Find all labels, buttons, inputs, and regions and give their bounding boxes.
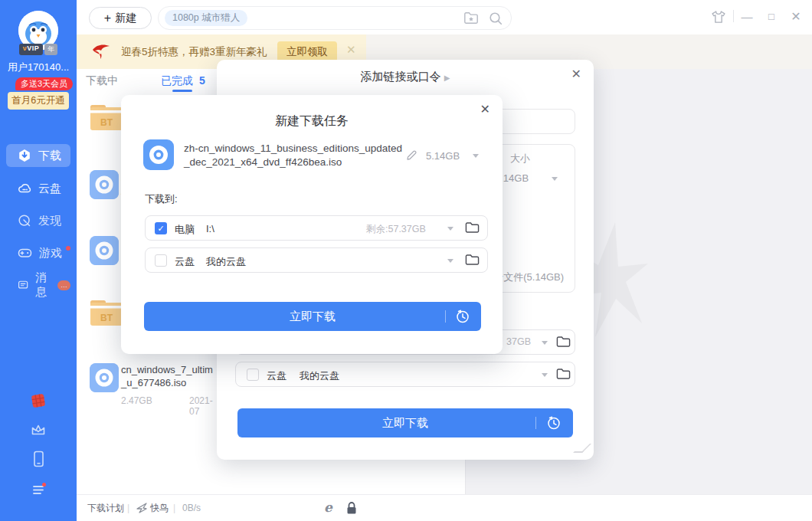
sidebar-item-label: 发现 bbox=[38, 214, 61, 228]
sidebar-item-cloud[interactable]: 云盘 bbox=[6, 177, 70, 200]
maximize-button[interactable]: □ bbox=[765, 10, 778, 24]
task-row[interactable]: BT bbox=[90, 103, 123, 135]
disk-free-space: 37GB bbox=[506, 336, 531, 347]
crown-membership-icon[interactable] bbox=[29, 421, 47, 439]
pc-free-space: 剩余:57.37GB bbox=[366, 223, 426, 236]
download-plan-button[interactable]: 下载计划 bbox=[87, 495, 124, 521]
add-link-dialog-close-icon[interactable]: ✕ bbox=[571, 67, 581, 81]
cloud-checkbox[interactable] bbox=[155, 254, 167, 267]
add-link-dialog-title: 添加链接或口令 ▶ bbox=[217, 70, 594, 84]
file-size: 5.14GB bbox=[426, 150, 460, 162]
close-window-button[interactable]: ✕ bbox=[789, 10, 803, 24]
tab-downloading[interactable]: 下载中 bbox=[86, 74, 118, 88]
dialog-resize-handle[interactable] bbox=[573, 444, 591, 453]
collection-folder-icon[interactable] bbox=[463, 11, 479, 28]
task-name-line2: _u_677486.iso bbox=[121, 376, 186, 389]
button-divider bbox=[535, 417, 536, 429]
cloud-checkbox[interactable] bbox=[247, 369, 259, 381]
browse-folder-icon[interactable] bbox=[556, 336, 571, 351]
iso-file-icon bbox=[143, 139, 174, 170]
sidebar-item-discover[interactable]: 发现 bbox=[6, 209, 70, 232]
vip-open-button[interactable]: 首月6元开通 bbox=[8, 92, 69, 110]
topbar: + 新建 1080p 城市猎人 — □ bbox=[77, 0, 812, 34]
schedule-clock-icon[interactable] bbox=[455, 309, 470, 326]
sidebar-item-label: 下载 bbox=[38, 149, 61, 163]
iso-disc-icon bbox=[90, 363, 119, 392]
search-input[interactable]: 1080p 城市猎人 bbox=[158, 6, 512, 30]
file-name[interactable]: zh-cn_windows_11_business_editions_updat… bbox=[184, 142, 408, 169]
tab-completed[interactable]: 已完成 5 bbox=[161, 74, 205, 88]
task-size: 2.47GB bbox=[121, 395, 152, 406]
task-name-line1: cn_windows_7_ultim bbox=[121, 363, 213, 376]
sidebar-item-label: 消息 bbox=[35, 270, 54, 300]
rename-pencil-icon[interactable] bbox=[406, 149, 417, 164]
new-task-dialog-title: 新建下载任务 bbox=[121, 113, 503, 129]
search-tag[interactable]: 1080p 城市猎人 bbox=[165, 10, 247, 26]
sidebar-item-games[interactable]: 游戏 bbox=[6, 241, 70, 264]
browse-folder-icon[interactable] bbox=[465, 254, 480, 269]
chevron-down-icon[interactable] bbox=[542, 373, 548, 377]
active-tab-indicator bbox=[172, 90, 192, 92]
size-column-header: 大小 bbox=[510, 152, 530, 165]
svg-text:BT: BT bbox=[100, 117, 113, 128]
save-to-cloud-row[interactable]: 云盘 我的云盘 bbox=[145, 247, 488, 273]
search-icon[interactable] bbox=[488, 11, 503, 29]
download-icon bbox=[18, 149, 31, 162]
sidebar-item-messages[interactable]: 消息 … bbox=[6, 274, 70, 297]
message-count-badge: … bbox=[57, 280, 70, 290]
new-task-label: 新建 bbox=[115, 11, 136, 25]
iso-disc-icon bbox=[90, 236, 119, 265]
file-list-caret-icon[interactable] bbox=[473, 154, 479, 158]
download-now-button[interactable]: 立即下载 bbox=[237, 408, 573, 437]
chevron-down-icon[interactable] bbox=[447, 227, 453, 231]
browser-e-icon[interactable]: e bbox=[324, 500, 332, 515]
sidebar: νVIP 年 用户170140... 多送3天会员 首月6元开通 下载 云盘 bbox=[0, 0, 77, 521]
task-row[interactable]: BT z F bbox=[90, 299, 123, 330]
file-name-line2: _dec_2021_x64_dvd_ff426bea.iso bbox=[184, 156, 408, 169]
cloud-row-label: 云盘 bbox=[267, 369, 286, 383]
gamepad-icon bbox=[18, 246, 32, 260]
file-name-line1: zh-cn_windows_11_business_editions_updat… bbox=[184, 142, 408, 156]
chevron-down-icon[interactable] bbox=[542, 341, 548, 345]
window-controls-divider bbox=[733, 10, 734, 22]
sidebar-item-label: 云盘 bbox=[38, 182, 61, 196]
download-now-button[interactable]: 立即下载 bbox=[144, 302, 481, 331]
vip-badge[interactable]: νVIP 年 bbox=[11, 44, 65, 55]
cloud-icon bbox=[18, 182, 31, 195]
task-row[interactable] bbox=[90, 236, 119, 268]
browse-folder-icon[interactable] bbox=[556, 368, 571, 383]
speed-mode-button[interactable]: 快鸟 bbox=[150, 495, 169, 521]
task-row[interactable]: cn_windows_7_ultim _u_677486.iso 2.47GB … bbox=[90, 363, 119, 395]
expand-arrow-icon[interactable]: ▶ bbox=[444, 74, 450, 82]
app-window: νVIP 年 用户170140... 多送3天会员 首月6元开通 下载 云盘 bbox=[0, 0, 812, 521]
cloud-row-label: 云盘 bbox=[175, 255, 195, 269]
username[interactable]: 用户170140... bbox=[0, 61, 77, 74]
notification-dot bbox=[66, 246, 70, 251]
sidebar-item-download[interactable]: 下载 bbox=[6, 144, 70, 167]
red-packet-calendar-icon[interactable] bbox=[29, 392, 47, 410]
banner-close-icon[interactable]: ✕ bbox=[346, 43, 356, 57]
mobile-phone-icon[interactable] bbox=[29, 450, 47, 468]
new-task-button[interactable]: + 新建 bbox=[89, 7, 152, 29]
cloud-row-value: 我的云盘 bbox=[206, 255, 246, 269]
download-to-label: 下载到: bbox=[145, 192, 178, 206]
speed-mode-icon bbox=[136, 503, 148, 516]
swallow-icon bbox=[92, 43, 110, 63]
lock-icon[interactable] bbox=[345, 501, 358, 518]
theme-skin-icon[interactable] bbox=[711, 10, 725, 24]
size-sort-caret-icon[interactable] bbox=[552, 177, 558, 181]
save-to-pc-row[interactable]: ✓ 电脑 I:\ 剩余:57.37GB bbox=[145, 215, 488, 241]
vip-label: VIP bbox=[27, 44, 39, 52]
statusbar: 下载计划 | 快鸟 | 0B/s e bbox=[77, 494, 812, 521]
vip-year-label: 年 bbox=[44, 44, 57, 55]
save-to-cloud-row[interactable]: 云盘 我的云盘 bbox=[235, 362, 575, 387]
minimize-button[interactable]: — bbox=[740, 10, 754, 24]
browse-folder-icon[interactable] bbox=[465, 221, 480, 237]
task-row[interactable]: c 4 bbox=[90, 170, 119, 202]
more-menu-icon[interactable] bbox=[29, 480, 47, 499]
chevron-down-icon[interactable] bbox=[447, 259, 453, 263]
pc-checkbox-checked[interactable]: ✓ bbox=[155, 222, 167, 234]
schedule-clock-icon[interactable] bbox=[546, 415, 562, 433]
banner-claim-button[interactable]: 立即领取 bbox=[277, 41, 337, 62]
new-task-dialog: ✕ 新建下载任务 zh-cn_windows_11_business_editi… bbox=[121, 95, 503, 354]
